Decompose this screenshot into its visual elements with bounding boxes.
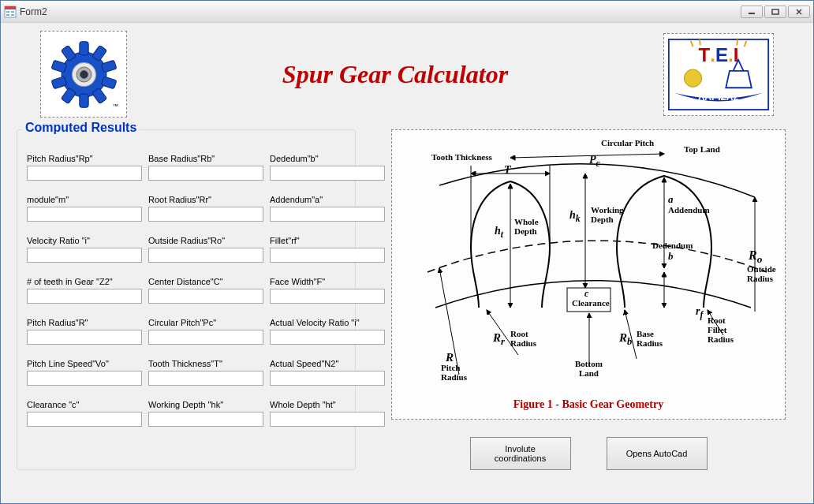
label: Outside Radius"Ro" <box>148 236 263 245</box>
svg-rect-12 <box>101 76 117 88</box>
right-column: Tooth Thickness T Circular Pitch Pc Top … <box>379 125 797 470</box>
label: Actual Speed"N2" <box>270 359 385 368</box>
label: Root Radius"Rr" <box>148 195 263 204</box>
lbl-Ro: Ro <box>749 248 762 266</box>
input-pitch-line-speed-vo[interactable] <box>27 371 142 386</box>
input-tooth-thickness-t[interactable] <box>148 371 263 386</box>
lbl-root-fillet-radius: Root Fillet Radius <box>708 315 734 344</box>
lbl-tooth-thickness: Tooth Thickness <box>431 152 492 162</box>
field-pitch-radius-rp: Pitch Radius"Rp" <box>27 154 142 181</box>
label: Pitch Radius"R" <box>27 318 142 327</box>
label: Center Distance"C" <box>148 277 263 286</box>
input-velocity-ratio-i[interactable] <box>27 248 142 263</box>
lbl-outside-radius: Outside Radius <box>747 264 776 283</box>
lbl-clearance: Clearance <box>572 298 610 308</box>
input-working-depth-hk[interactable] <box>148 412 263 427</box>
field-pitch-line-speed-vo: Pitch Line Speed"Vo" <box>27 359 142 386</box>
input-circular-pitch-pc[interactable] <box>148 330 263 345</box>
field-actual-speed-n2: Actual Speed"N2" <box>270 359 385 386</box>
svg-rect-2 <box>6 11 9 13</box>
involute-button[interactable]: Involute coordinations <box>470 437 571 470</box>
app-title: Spur Gear Calculator <box>282 60 508 89</box>
lbl-top-land: Top Land <box>684 144 720 154</box>
label: Tooth Thickness"T" <box>148 359 263 368</box>
input-pitch-radius-rp[interactable] <box>27 166 142 181</box>
input-outside-radius-ro[interactable] <box>148 248 263 263</box>
field-module-m: module"m" <box>27 195 142 222</box>
field-face-width-f: Face Width"F" <box>270 277 385 304</box>
svg-rect-11 <box>101 60 117 73</box>
input-root-radius-rr[interactable] <box>148 207 263 222</box>
lbl-Rr: Rr <box>493 331 505 348</box>
svg-rect-1 <box>5 6 16 9</box>
institution-logo: T.E.I ΛΑΡΙΣΑΣ <box>663 33 774 116</box>
input-module-m[interactable] <box>27 207 142 222</box>
lbl-circular-pitch: Circular Pitch <box>601 138 654 147</box>
close-button[interactable] <box>788 6 810 18</box>
lbl-ht: ht <box>495 225 503 240</box>
input-pitch-radius-r[interactable] <box>27 330 142 345</box>
lbl-b: b <box>668 250 674 263</box>
field-center-distance-c: Center Distance"C" <box>148 277 263 304</box>
input-center-distance-c[interactable] <box>148 289 263 304</box>
svg-rect-7 <box>772 9 779 14</box>
label: Circular Pitch"Pc" <box>148 318 263 327</box>
label: Velocity Ratio "i" <box>27 236 142 245</box>
input-face-width-f[interactable] <box>270 289 385 304</box>
label: Clearance "c" <box>27 400 142 409</box>
gear-geometry-diagram: Tooth Thickness T Circular Pitch Pc Top … <box>391 129 786 420</box>
input-whole-depth-ht[interactable] <box>270 412 385 427</box>
diagram-caption: Figure 1 - Basic Gear Geometry <box>392 398 785 411</box>
label: Dededum"b" <box>270 154 385 163</box>
input-actual-speed-n2[interactable] <box>270 371 385 386</box>
input-teeth-z2[interactable] <box>27 289 142 304</box>
svg-rect-17 <box>50 60 66 73</box>
input-base-radius-rb[interactable] <box>148 166 263 181</box>
input-dedendum-b[interactable] <box>270 166 385 181</box>
lbl-dedendum: Dedendum <box>652 241 693 250</box>
fields-grid: Pitch Radius"Rp" Base Radius"Rb" Dededum… <box>27 154 345 427</box>
titlebar: Form2 <box>1 1 813 23</box>
field-whole-depth-ht: Whole Depth "ht" <box>270 400 385 427</box>
window-controls <box>741 6 810 18</box>
input-clearance-c[interactable] <box>27 412 142 427</box>
field-tooth-thickness-t: Tooth Thickness"T" <box>148 359 263 386</box>
lbl-bottom-land: Bottom Land <box>575 359 603 378</box>
label: Fillet"rf" <box>270 236 385 245</box>
svg-text:T.E.I: T.E.I <box>699 43 739 65</box>
lbl-Rb: Rb <box>619 331 632 348</box>
minimize-button[interactable] <box>741 6 763 18</box>
window-title: Form2 <box>20 6 741 17</box>
svg-rect-14 <box>79 94 88 107</box>
results-title: Computed Results <box>22 121 140 135</box>
lbl-T: T <box>504 164 511 177</box>
lbl-Pc: Pc <box>589 154 600 169</box>
autocad-button[interactable]: Opens AutoCad <box>607 437 708 470</box>
svg-rect-4 <box>6 14 9 16</box>
svg-point-29 <box>684 69 701 87</box>
field-dedendum-b: Dededum"b" <box>270 154 385 181</box>
svg-text:ΛΑΡΙΣΑΣ: ΛΑΡΙΣΑΣ <box>698 91 738 103</box>
label: Pitch Line Speed"Vo" <box>27 359 142 368</box>
computed-results-group: Computed Results Pitch Radius"Rp" Base R… <box>17 129 356 470</box>
field-base-radius-rb: Base Radius"Rb" <box>148 154 263 181</box>
input-actual-velocity-ratio-i[interactable] <box>270 330 385 345</box>
field-pitch-radius-r: Pitch Radius"R" <box>27 318 142 345</box>
main-row: Computed Results Pitch Radius"Rp" Base R… <box>17 125 797 470</box>
label: Pitch Radius"Rp" <box>27 154 142 163</box>
field-clearance-c: Clearance "c" <box>27 400 142 427</box>
label: Actual Velocity Ratio "i" <box>270 318 385 327</box>
svg-rect-6 <box>749 13 755 14</box>
svg-text:™: ™ <box>112 103 118 110</box>
header-row: ™ Spur Gear Calculator T.E.I <box>17 31 797 118</box>
field-velocity-ratio-i: Velocity Ratio "i" <box>27 236 142 263</box>
svg-line-27 <box>737 39 737 44</box>
lbl-c: c <box>584 288 588 300</box>
field-working-depth-hk: Working Depth "hk" <box>148 400 263 427</box>
input-addendum-a[interactable] <box>270 207 385 222</box>
lbl-pitch-radius: Pitch Radius <box>441 363 467 382</box>
svg-rect-5 <box>11 14 14 16</box>
maximize-button[interactable] <box>764 6 786 18</box>
field-root-radius-rr: Root Radius"Rr" <box>148 195 263 222</box>
input-fillet-rf[interactable] <box>270 248 385 263</box>
